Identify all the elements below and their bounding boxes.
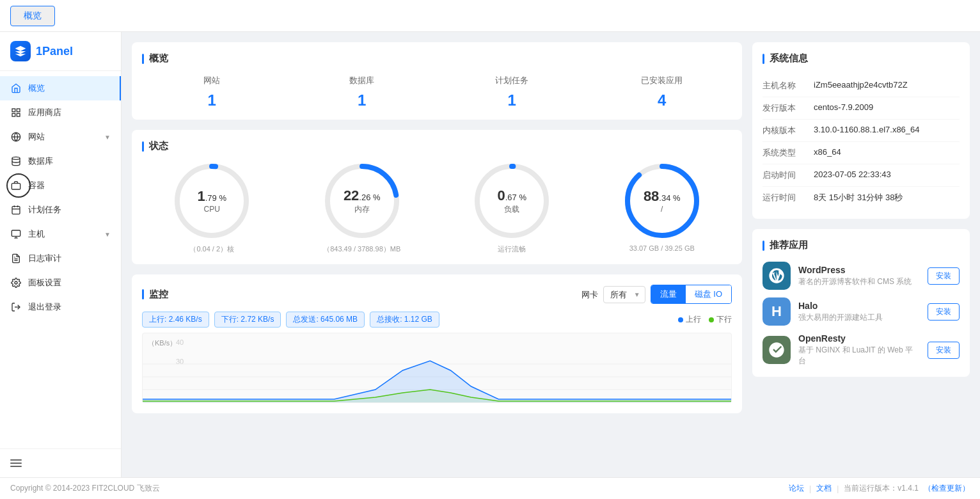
load-percent: 0.67 % [498,187,527,204]
memory-gauge-text: 22.26 % 内存 [344,187,381,215]
settings-icon [10,277,22,289]
stat-installed: 已安装应用 4 [592,75,732,109]
cpu-detail: （0.04 / 2）核 [189,244,234,254]
sysinfo-val-kernel: 3.10.0-1160.88.1.el7.x86_64 [814,125,960,136]
memory-big: 22 [344,187,359,203]
sysinfo-key-boottime: 启动时间 [763,170,814,181]
sidebar-item-crontask[interactable]: 计划任务 [0,198,121,222]
forum-link[interactable]: 论坛 [789,483,804,494]
sidebar-item-overview[interactable]: 概览 [0,76,121,100]
halo-name: Halo [798,301,920,311]
svg-rect-3 [12,113,15,116]
stat-website: 网站 1 [142,75,282,109]
stat-crontask-value: 1 [442,91,582,109]
memory-percent: 22.26 % [344,187,381,204]
sidebar-label-container: 容器 [28,180,45,191]
cpu-big: 1 [198,188,205,204]
status-card: 状态 1.79 % [132,130,742,264]
svg-rect-2 [17,113,20,116]
sidebar-label-appstore: 应用商店 [28,107,61,118]
main-content: 概览 网站 1 数据库 1 计划任务 1 已安装应用 [122,32,980,477]
sysinfo-row-hostname: 主机名称 iZm5eeaathjp2e4cvtb72Z [763,75,960,97]
sys-info-table: 主机名称 iZm5eeaathjp2e4cvtb72Z 发行版本 centos-… [763,75,960,209]
sysinfo-row-kernel: 内核版本 3.10.0-1160.88.1.el7.x86_64 [763,120,960,142]
legend-down: 下行 [709,314,732,325]
stat-down: 下行: 2.72 KB/s [214,312,281,328]
chevron-right-icon: ▼ [104,231,111,238]
check-update-link[interactable]: （检查更新） [924,483,970,494]
sidebar-menu: 概览 应用商店 网站 ▼ 数据库 [0,71,121,448]
hamburger-button[interactable] [10,454,111,472]
tab-disk-io[interactable]: 磁盘 IO [686,285,731,303]
nic-label: 网卡 [581,290,598,299]
monitor-card: 监控 网卡 所有 ▼ 流量 磁盘 IO [132,274,742,413]
footer-right: 论坛 | 文档 | 当前运行版本：v1.4.1 （检查更新） [789,483,970,494]
wordpress-install-button[interactable]: 安装 [928,267,960,285]
sidebar-label-database: 数据库 [28,155,53,167]
sidebar-item-appstore[interactable]: 应用商店 [0,100,121,125]
sidebar: 1Panel 概览 应用商店 网站 [0,32,122,477]
disk-gauge-container: 88.34 % / [624,162,700,239]
openresty-desc: 基于 NGINX 和 LuaJIT 的 Web 平台 [798,345,920,367]
svg-point-17 [15,281,17,284]
sidebar-item-logout[interactable]: 退出登录 [0,295,121,319]
wordpress-desc: 著名的开源博客软件和 CMS 系统 [798,276,920,287]
sysinfo-key-kernel: 内核版本 [763,125,814,136]
legend-down-label: 下行 [716,314,732,325]
sidebar-item-database[interactable]: 数据库 [0,149,121,173]
load-small: .67 % [505,193,526,202]
sidebar-label-website: 网站 [28,131,45,143]
wordpress-name: WordPress [798,265,920,275]
sidebar-label-overview: 概览 [28,83,45,94]
svg-rect-1 [17,109,20,112]
legend-up-dot [678,317,683,322]
monitor-header: 监控 网卡 所有 ▼ 流量 磁盘 IO [142,285,732,304]
load-gauge: 0.67 % 负载 运行流畅 [442,162,582,254]
openresty-install-button[interactable]: 安装 [928,342,960,359]
version-text: 当前运行版本：v1.4.1 [844,483,919,494]
sidebar-item-container[interactable]: 容器 [0,173,121,198]
disk-gauge-text: 88.34 % / [644,188,681,214]
disk-big: 88 [644,188,659,204]
halo-info: Halo 强大易用的开源建站工具 [798,301,920,323]
openresty-info: OpenResty 基于 NGINX 和 LuaJIT 的 Web 平台 [798,333,920,367]
halo-install-button[interactable]: 安装 [928,303,960,321]
home-icon [10,83,22,94]
sidebar-item-host[interactable]: 主机 ▼ [0,222,121,246]
overview-tab[interactable]: 概览 [10,6,55,26]
nic-select[interactable]: 所有 [603,286,645,303]
load-detail: 运行流畅 [498,244,526,254]
sysinfo-val-hostname: iZm5eeaathjp2e4cvtb72Z [814,80,960,91]
sysinfo-val-uptime: 8天 15小时 31分钟 38秒 [814,192,960,203]
disk-gauge: 88.34 % / 33.07 GB / 39.25 GB [592,162,732,254]
sidebar-item-settings[interactable]: 面板设置 [0,271,121,295]
monitor-chart [143,351,731,402]
svg-rect-0 [12,109,15,112]
memory-small: .26 % [359,193,380,202]
sidebar-item-website[interactable]: 网站 ▼ [0,125,121,149]
sysinfo-val-arch: x86_64 [814,147,960,159]
content-area: 概览 网站 1 数据库 1 计划任务 1 已安装应用 [132,42,742,467]
tab-traffic[interactable]: 流量 [651,285,686,303]
divider-2: | [837,484,839,493]
chart-legend: 上行 下行 [678,312,732,328]
calendar-icon [10,204,22,216]
stat-database-value: 1 [292,91,432,109]
overview-section-title: 概览 [142,52,732,65]
halo-desc: 强大易用的开源建站工具 [798,312,920,323]
docs-link[interactable]: 文档 [816,483,832,494]
chart-y-axis-label: （KB/s） [148,338,177,348]
sysinfo-row-uptime: 运行时间 8天 15小时 31分钟 38秒 [763,187,960,209]
sidebar-item-audit[interactable]: 日志审计 [0,246,121,271]
container-icon [10,180,22,191]
sysinfo-row-arch: 系统类型 x86_64 [763,142,960,164]
sysinfo-row-distro: 发行版本 centos-7.9.2009 [763,97,960,120]
svg-rect-7 [12,184,20,189]
nic-selector[interactable]: 网卡 所有 ▼ [581,286,645,303]
chart-y-40: 40 [176,338,184,346]
sidebar-label-logout: 退出登录 [28,301,61,313]
memory-gauge: 22.26 % 内存 （843.49 / 3788.98）MB [292,162,432,254]
logo-text: 1Panel [36,45,73,58]
copyright: Copyright © 2014-2023 FIT2CLOUD 飞致云 [10,483,160,494]
stat-up: 上行: 2.46 KB/s [142,312,209,328]
